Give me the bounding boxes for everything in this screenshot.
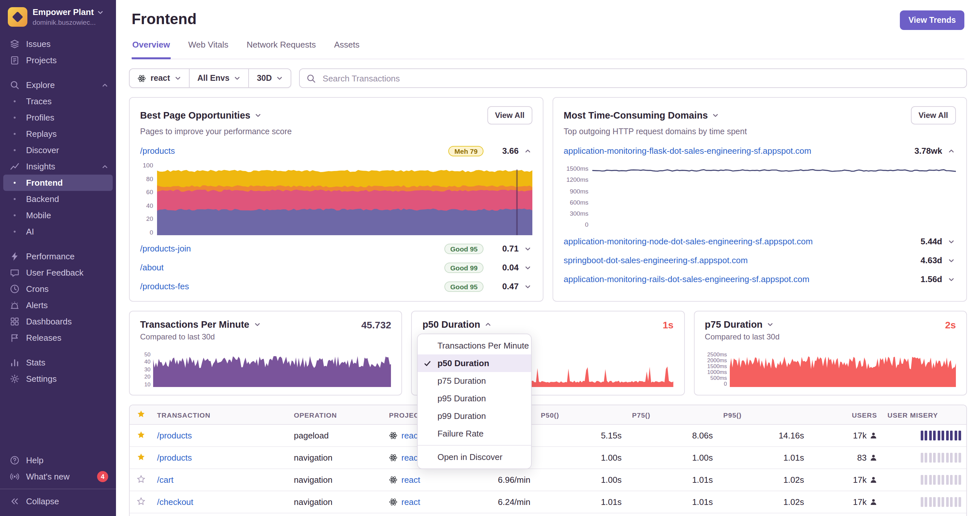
sidebar-item-traces[interactable]: Traces	[3, 93, 113, 110]
dropdown-item-p95-duration[interactable]: p95 Duration	[418, 390, 531, 407]
sidebar-item-replays[interactable]: Replays	[3, 126, 113, 142]
transaction-link[interactable]: /products	[157, 453, 192, 463]
search-transactions-input[interactable]	[321, 73, 960, 84]
dropdown-item-open-in-discover[interactable]: Open in Discover	[418, 448, 531, 466]
sidebar-item-mobile[interactable]: Mobile	[3, 207, 113, 224]
page-link[interactable]: /about	[140, 262, 164, 272]
sidebar-item-stats[interactable]: Stats	[3, 354, 113, 371]
sidebar-item-profiles[interactable]: Profiles	[3, 110, 113, 126]
chevron-down-icon[interactable]	[525, 264, 532, 271]
column-header-users[interactable]: USERS	[809, 411, 882, 419]
chevron-down-icon[interactable]	[948, 257, 956, 264]
column-header-star[interactable]	[130, 410, 152, 419]
sidebar-collapse-button[interactable]: Collapse	[3, 493, 113, 510]
tab-overview[interactable]: Overview	[132, 40, 171, 59]
domains-view-all-button[interactable]: View All	[911, 106, 956, 124]
sidebar-item-releases[interactable]: Releases	[3, 330, 113, 346]
sidebar-item-user-feedback[interactable]: User Feedback	[3, 265, 113, 281]
score-badge: Good 95	[444, 243, 484, 254]
tab-assets[interactable]: Assets	[333, 40, 360, 59]
domain-link[interactable]: application-monitoring-flask-dot-sales-e…	[564, 146, 811, 156]
date-range-filter[interactable]: 30D	[249, 69, 291, 87]
column-header-label: P95()	[723, 411, 741, 419]
dropdown-item-p50-duration[interactable]: p50 Duration	[418, 354, 531, 372]
dropdown-item-p99-duration[interactable]: p99 Duration	[418, 407, 531, 425]
sidebar-item-projects[interactable]: Projects	[3, 52, 113, 68]
view-trends-button[interactable]: View Trends	[900, 10, 964, 30]
chevron-down-icon[interactable]	[525, 245, 532, 252]
sidebar-item-ai[interactable]: AI	[3, 224, 113, 240]
sidebar-item-label: Stats	[26, 358, 45, 367]
chevron-down-icon[interactable]	[948, 276, 956, 283]
environment-filter[interactable]: All Envs	[189, 69, 249, 87]
project-chip[interactable]: react	[389, 431, 420, 440]
chevron-up-icon[interactable]	[948, 148, 956, 154]
p50-cell: 1.00s	[536, 453, 627, 463]
dropdown-item-failure-rate[interactable]: Failure Rate	[418, 425, 531, 442]
dropdown-item-transactions-per-minute[interactable]: Transactions Per Minute	[418, 337, 531, 354]
dropdown-item-p75-duration[interactable]: p75 Duration	[418, 372, 531, 390]
sidebar-item-help[interactable]: Help	[3, 452, 113, 468]
column-header-p75[interactable]: P75()	[627, 411, 718, 419]
chevron-down-icon[interactable]	[948, 238, 956, 245]
sidebar-item-settings[interactable]: Settings	[3, 371, 113, 387]
sidebar-item-dashboards[interactable]: Dashboards	[3, 313, 113, 330]
issues-icon	[9, 39, 19, 49]
star-cell[interactable]	[130, 475, 152, 485]
sidebar-item-issues[interactable]: Issues	[3, 36, 113, 52]
dropdown-item-label: p99 Duration	[438, 411, 486, 421]
y-axis-label: 20	[146, 216, 153, 222]
page-title: Frontend	[132, 10, 196, 28]
tpm-metric-dropdown[interactable]: Transactions Per Minute	[140, 319, 260, 330]
page-link[interactable]: /products	[140, 146, 175, 156]
p50-metric-dropdown[interactable]: p50 Duration	[423, 319, 491, 330]
sidebar-collapse-section: Collapse	[0, 489, 116, 513]
domains-title: Most Time-Consuming Domains	[564, 110, 708, 121]
best-pages-view-all-button[interactable]: View All	[487, 106, 532, 124]
p75-metric-dropdown[interactable]: p75 Duration	[705, 319, 773, 330]
column-header-p50[interactable]: P50()	[536, 411, 627, 419]
search-icon	[9, 80, 19, 90]
sidebar-item-discover[interactable]: Discover	[3, 142, 113, 158]
page-link[interactable]: /products-fes	[140, 281, 189, 291]
sidebar-item-label: Mobile	[26, 210, 51, 220]
tab-web-vitals[interactable]: Web Vitals	[188, 40, 229, 59]
star-cell[interactable]	[130, 497, 152, 507]
bullet-icon	[9, 198, 19, 200]
column-header-operation[interactable]: OPERATION	[289, 411, 384, 419]
column-header-misery[interactable]: USER MISERY	[882, 411, 966, 419]
column-header-transaction[interactable]: TRANSACTION	[152, 411, 289, 419]
tab-network-requests[interactable]: Network Requests	[246, 40, 317, 59]
sidebar-item-performance[interactable]: Performance	[3, 248, 113, 265]
domain-link[interactable]: springboot-dot-sales-engineering-sf.apps…	[564, 256, 748, 265]
sidebar-item-crons[interactable]: Crons	[3, 281, 113, 297]
opportunity-score: 0.71	[491, 244, 519, 254]
domains-title-dropdown[interactable]: Most Time-Consuming Domains	[564, 110, 719, 121]
chevron-up-icon[interactable]	[525, 148, 532, 154]
column-header-p95[interactable]: P95()	[718, 411, 809, 419]
domain-link[interactable]: application-monitoring-rails-dot-sales-e…	[564, 274, 809, 284]
best-pages-title-dropdown[interactable]: Best Page Opportunities	[140, 110, 261, 121]
project-chip[interactable]: react	[389, 497, 420, 507]
sidebar-item-whats-new[interactable]: What's new 4	[3, 468, 113, 485]
sidebar-item-frontend[interactable]: Frontend	[3, 175, 113, 191]
project-filter[interactable]: react	[130, 69, 189, 87]
transaction-link[interactable]: /products	[157, 431, 192, 440]
chevron-down-icon[interactable]	[525, 283, 532, 290]
sidebar-item-explore[interactable]: Explore	[3, 77, 113, 93]
star-cell[interactable]	[130, 430, 152, 441]
page-link[interactable]: /products-join	[140, 244, 191, 254]
domain-link[interactable]: application-monitoring-node-dot-sales-en…	[564, 237, 813, 246]
chevron-up-icon	[102, 82, 108, 88]
star-cell[interactable]	[130, 452, 152, 463]
sidebar-item-alerts[interactable]: Alerts	[3, 297, 113, 313]
p50-cell: 1.01s	[536, 497, 627, 507]
project-chip[interactable]: react	[389, 475, 420, 485]
sidebar-item-insights[interactable]: Insights	[3, 158, 113, 175]
sidebar-item-backend[interactable]: Backend	[3, 191, 113, 207]
transaction-link[interactable]: /cart	[157, 475, 173, 485]
org-switcher[interactable]: Empower Plant dominik.buszowiec...	[0, 0, 116, 31]
project-chip[interactable]: react	[389, 453, 420, 463]
transaction-link[interactable]: /checkout	[157, 497, 193, 507]
table-row: /productspageloadreactin5.15s8.06s14.16s…	[130, 425, 966, 447]
